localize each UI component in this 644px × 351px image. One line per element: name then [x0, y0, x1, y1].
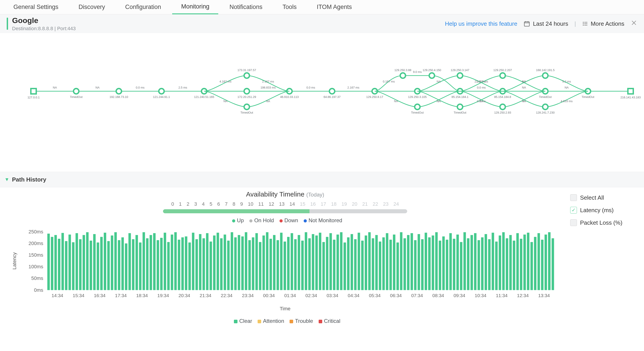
check-latency[interactable]: Latency (ms) — [570, 204, 637, 216]
svg-rect-126 — [132, 239, 134, 290]
more-actions-label: More Actions — [591, 20, 624, 27]
legend-dot-down — [280, 219, 283, 222]
svg-rect-106 — [62, 233, 64, 290]
svg-rect-225 — [481, 238, 484, 290]
svg-rect-15 — [628, 88, 633, 94]
svg-rect-181 — [326, 237, 328, 290]
svg-rect-139 — [178, 240, 180, 290]
legend-critical: Critical — [324, 318, 340, 324]
help-improve-link[interactable]: Help us improve this feature — [445, 20, 518, 27]
svg-rect-155 — [234, 238, 236, 290]
svg-text:23:34: 23:34 — [242, 293, 254, 298]
tab-general[interactable]: General Settings — [4, 0, 67, 14]
timeline-bar[interactable] — [163, 209, 407, 213]
svg-text:NA: NA — [522, 86, 526, 89]
legend-sq-clear — [234, 320, 238, 323]
svg-text:NA: NA — [224, 100, 228, 103]
svg-text:TimedOut: TimedOut — [70, 95, 82, 98]
svg-rect-245 — [552, 238, 554, 290]
svg-rect-138 — [174, 232, 177, 290]
svg-text:46.910.33.113: 46.910.33.113 — [280, 95, 299, 98]
svg-text:3.0 ms: 3.0 ms — [477, 80, 486, 83]
svg-rect-226 — [484, 234, 487, 290]
svg-rect-116 — [96, 242, 99, 290]
svg-rect-230 — [499, 236, 501, 290]
legend-hold: On Hold — [254, 217, 274, 223]
path-history-header[interactable]: ▼ Path History — [0, 172, 644, 187]
svg-rect-194 — [372, 238, 374, 290]
svg-text:14:34: 14:34 — [52, 293, 63, 298]
svg-rect-134 — [160, 238, 162, 290]
svg-rect-172 — [294, 239, 297, 290]
svg-text:TimedOut: TimedOut — [411, 111, 424, 114]
svg-point-23 — [159, 88, 164, 94]
svg-text:0.0 ms: 0.0 ms — [477, 100, 486, 103]
svg-text:NA: NA — [394, 100, 398, 103]
latency-chart[interactable]: 0ms50ms100ms150ms200ms250msLatency14:341… — [7, 228, 564, 312]
svg-text:17:34: 17:34 — [115, 293, 127, 298]
svg-rect-131 — [150, 235, 152, 290]
check-packet-loss-label: Packet Loss (%) — [580, 219, 622, 226]
more-actions-button[interactable]: More Actions — [582, 20, 624, 27]
svg-rect-177 — [312, 234, 314, 290]
timeline-hours: 0123456789101112131415161718192021222324 — [7, 201, 564, 207]
svg-rect-176 — [308, 238, 311, 290]
svg-rect-124 — [125, 244, 128, 290]
time-range-picker[interactable]: Last 24 hours — [524, 20, 568, 27]
svg-point-61 — [400, 73, 406, 78]
svg-rect-110 — [76, 233, 78, 290]
svg-rect-161 — [255, 233, 258, 290]
svg-rect-166 — [273, 235, 276, 290]
svg-text:20:34: 20:34 — [178, 293, 190, 298]
svg-text:129.250.3.105: 129.250.3.105 — [408, 95, 427, 98]
svg-rect-241 — [538, 233, 540, 290]
svg-rect-0 — [524, 22, 530, 26]
svg-rect-209 — [425, 233, 427, 290]
svg-text:16:34: 16:34 — [94, 293, 106, 298]
svg-text:NA: NA — [564, 86, 569, 89]
tab-configuration[interactable]: Configuration — [116, 0, 170, 14]
timeline-legend: Up On Hold Down Not Monitored — [7, 217, 564, 224]
svg-rect-221 — [467, 238, 469, 290]
check-select-all[interactable]: Select All — [570, 191, 637, 204]
svg-point-29 — [244, 88, 250, 94]
tab-notifications[interactable]: Notifications — [220, 0, 271, 14]
svg-point-17 — [74, 88, 79, 94]
time-range-label: Last 24 hours — [533, 20, 568, 27]
svg-text:NA: NA — [53, 86, 57, 89]
svg-rect-167 — [276, 240, 279, 290]
svg-text:NA: NA — [266, 100, 270, 103]
svg-rect-228 — [492, 233, 494, 290]
svg-text:NA: NA — [437, 80, 441, 83]
svg-text:85.154.184.8: 85.154.184.8 — [494, 95, 511, 98]
topology-canvas[interactable]: 127.0.0.1216.141.43.183TimedOutNA192.168… — [0, 33, 644, 172]
svg-text:03:34: 03:34 — [326, 293, 338, 298]
legend-attention: Attention — [263, 318, 284, 324]
tab-monitoring[interactable]: Monitoring — [172, 0, 218, 14]
svg-rect-191 — [361, 240, 364, 290]
svg-text:121.240.51.165: 121.240.51.165 — [194, 95, 214, 98]
svg-rect-128 — [139, 242, 142, 290]
svg-rect-175 — [305, 232, 307, 290]
svg-rect-233 — [510, 235, 512, 290]
svg-text:2.167 ms: 2.167 ms — [262, 80, 274, 83]
svg-rect-185 — [340, 232, 342, 290]
svg-rect-204 — [407, 235, 410, 290]
svg-text:22:34: 22:34 — [221, 293, 232, 298]
tab-tools[interactable]: Tools — [274, 0, 306, 14]
check-packet-loss[interactable]: Packet Loss (%) — [570, 216, 637, 229]
svg-rect-119 — [107, 241, 110, 290]
svg-text:121.244.91.1: 121.244.91.1 — [153, 95, 170, 98]
svg-rect-146 — [202, 238, 205, 290]
tab-itom[interactable]: ITOM Agents — [308, 0, 361, 14]
page-subtitle: Destination:8.8.8.8 | Port:443 — [12, 26, 76, 32]
svg-rect-201 — [396, 242, 399, 290]
svg-rect-149 — [213, 236, 216, 290]
svg-rect-210 — [428, 238, 431, 290]
svg-text:198.833 ms: 198.833 ms — [260, 86, 276, 89]
svg-rect-207 — [418, 234, 420, 290]
svg-rect-111 — [79, 239, 82, 290]
svg-rect-236 — [520, 239, 522, 290]
tab-discovery[interactable]: Discovery — [70, 0, 114, 14]
close-button[interactable] — [630, 20, 637, 28]
